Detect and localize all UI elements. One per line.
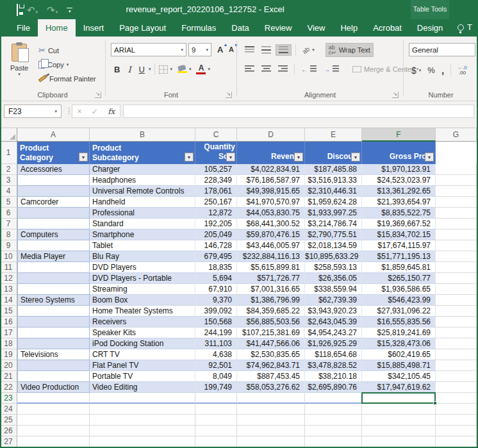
cell-F26[interactable] [362,426,436,436]
cell-E24[interactable] [305,404,362,415]
cell-E27[interactable] [305,436,362,447]
cell-D9[interactable]: $43,446,005.97 [237,240,305,251]
cell-C9[interactable]: 146,728 [195,240,237,251]
row-header-6[interactable]: 6 [0,208,17,219]
cell-B20[interactable]: Flat Panel TV [90,360,195,371]
column-header-A[interactable]: A [17,128,90,142]
cell-G23[interactable] [436,393,477,404]
cell-A8[interactable]: Computers [17,229,90,240]
cell-F8[interactable]: $15,834,702.15 [362,229,436,240]
cell-A21[interactable] [17,371,90,382]
cell-E16[interactable]: $2,643,045.39 [305,317,362,328]
align-center-button[interactable] [259,64,274,74]
column-header-B[interactable]: B [90,128,195,142]
cell-A6[interactable] [17,208,90,219]
cell-G16[interactable] [436,317,477,328]
cell-E4[interactable]: $2,310,446.31 [305,186,362,197]
row-header-4[interactable]: 4 [0,186,17,197]
row-header-19[interactable]: 19 [0,349,17,360]
font-color-dropdown-icon[interactable]: ▾ [208,67,210,72]
selection-box[interactable] [361,392,436,404]
underline-dropdown-icon[interactable]: ▾ [149,67,151,72]
column-header-C[interactable]: C [195,128,237,142]
row-header-21[interactable]: 21 [0,371,17,382]
cell-C7[interactable]: 192,205 [195,219,237,229]
cell-G3[interactable] [436,175,477,186]
cell-B4[interactable]: Universal Remote Controls [90,186,195,197]
cell-F24[interactable] [362,404,436,415]
cell-E7[interactable]: $3,214,786.74 [305,219,362,229]
cell-D19[interactable]: $2,530,835.65 [237,349,305,360]
tellme-button[interactable]: T [457,22,472,32]
row-header-17[interactable]: 17 [0,328,17,338]
cell-A11[interactable] [17,262,90,273]
cell-A17[interactable] [17,328,90,338]
cell-F21[interactable]: $342,105.45 [362,371,436,382]
cell-B9[interactable]: Tablet [90,240,195,251]
cell-F9[interactable]: $17,674,115.97 [362,240,436,251]
cell-A14[interactable]: Stereo Systems [17,295,90,306]
decrease-indent-button[interactable]: ← [299,64,319,74]
filter-button[interactable]: ▼ [226,153,235,162]
row-header-25[interactable]: 25 [0,415,17,426]
cell-B17[interactable]: Speaker Kits [90,328,195,338]
cell-B22[interactable]: Video Editing [90,382,195,393]
tab-page-layout[interactable]: Page Layout [111,19,174,37]
align-bottom-button[interactable] [276,44,292,56]
cell-F16[interactable]: $16,555,835.56 [362,317,436,328]
cell-E25[interactable] [305,415,362,426]
cell-D17[interactable]: $107,215,381.69 [237,328,305,338]
fill-color-button[interactable] [177,65,187,73]
tab-home[interactable]: Home [38,19,76,37]
cell-G27[interactable] [436,436,477,447]
cell-C11[interactable]: 18,835 [195,262,237,273]
cell-G15[interactable] [436,306,477,317]
tab-insert[interactable]: Insert [76,19,112,37]
cell-F17[interactable]: $25,819,241.69 [362,328,436,338]
cell-G21[interactable] [436,371,477,382]
cell-C22[interactable]: 199,749 [195,382,237,393]
cell-D2[interactable]: $4,022,834.91 [237,164,305,175]
cell-D4[interactable]: $49,398,915.65 [237,186,305,197]
shrink-font-button[interactable]: A▼ [226,44,237,54]
cell-G17[interactable] [436,328,477,338]
cell-D18[interactable]: $41,447,566.06 [237,338,305,349]
cell-C20[interactable]: 92,501 [195,360,237,371]
cell-C26[interactable] [195,426,237,436]
tab-acrobat[interactable]: Acrobat [365,19,409,37]
cell-E10[interactable]: $10,895,633.29 [305,251,362,262]
cell-D5[interactable]: $41,970,570.97 [237,197,305,208]
cell-C16[interactable]: 150,568 [195,317,237,328]
cell-F2[interactable]: $1,970,123.91 [362,164,436,175]
cell-C24[interactable] [195,404,237,415]
increase-indent-button[interactable]: → [321,64,342,74]
formula-input[interactable] [123,104,474,118]
cell-B5[interactable]: Handheld [90,197,195,208]
cell-A22[interactable]: Video Production [17,382,90,393]
cell-A7[interactable] [17,219,90,229]
cell-B25[interactable] [90,415,195,426]
row-header-12[interactable]: 12 [0,273,17,284]
cell-E22[interactable]: $2,695,890.76 [305,382,362,393]
cell-E14[interactable]: $62,739.39 [305,295,362,306]
table-header-F1[interactable]: Gross Profit▼ [362,142,436,164]
row-header-1[interactable]: 1 [0,142,17,164]
cell-A5[interactable]: Camcorder [17,197,90,208]
row-header-2[interactable]: 2 [0,164,17,175]
cell-D12[interactable]: $571,726.77 [237,273,305,284]
cell-G24[interactable] [436,404,477,415]
cell-B23[interactable] [90,393,195,404]
cell-F20[interactable]: $15,885,498.71 [362,360,436,371]
comma-button[interactable]: , [439,63,447,77]
cell-G2[interactable] [436,164,477,175]
tab-data[interactable]: Data [224,19,256,37]
cell-A3[interactable] [17,175,90,186]
cell-F14[interactable]: $546,423.99 [362,295,436,306]
cell-A27[interactable] [17,436,90,447]
cell-D11[interactable]: $5,615,899.81 [237,262,305,273]
cell-B13[interactable]: Streaming [90,284,195,295]
row-header-10[interactable]: 10 [0,251,17,262]
column-header-F[interactable]: F [362,128,436,142]
row-header-15[interactable]: 15 [0,306,17,317]
paste-button[interactable]: Paste ▾ [5,42,33,97]
